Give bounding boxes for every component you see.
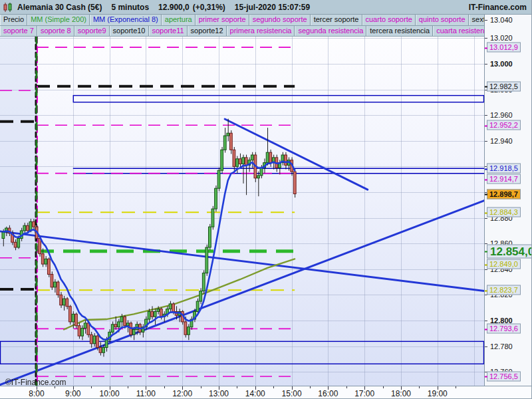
time-minor-tickmark [383,386,384,388]
datetime-label: 15-jul-2020 15:07:59 [235,3,310,12]
price-tickmark [485,218,487,219]
time-minor-tickmark [419,386,420,388]
price-tickmark [485,64,487,65]
time-axis[interactable]: 8:009:0010:0011:0012:0013:0014:0015:0016… [0,386,532,398]
legend-item-apertura[interactable]: apertura [162,15,196,25]
level-price-label: 12.854,0 [487,244,531,258]
price-tickmark [485,269,487,270]
last-price: 12.900,0 [158,3,190,12]
time-tick-label: 18:00 [391,389,411,398]
price-tick-label: 12.960 [490,111,513,119]
price-tickmark [485,20,487,21]
timeframe-label: 5 minutos [111,3,149,12]
title-bar: Alemania 30 Cash (5€) 5 minutos 12.900,0… [0,0,532,15]
time-minor-tickmark [273,386,274,388]
level-price-label: 12.793,6 [487,324,521,334]
brand-logo: IT-Finance.com [469,3,527,12]
price-change: (+0,31%) [193,3,225,12]
time-minor-tickmark [164,386,165,388]
level-price-label: 12.823,7 [487,285,521,295]
time-minor-tickmark [310,386,311,388]
time-tick-label: 12:00 [172,389,192,398]
time-tick-label: 10:00 [100,389,120,398]
legend-item-soporte11[interactable]: soporte11 [149,26,188,36]
legend-item-quinto-soporte[interactable]: quinto soporte [416,15,469,25]
level-price-label: 12.884,3 [487,207,521,217]
price-tickmark [485,141,487,142]
level-price-label: 13.012,9 [487,43,521,53]
watermark: ©IT-Finance.com [5,378,66,387]
time-tick-label: 16:00 [318,389,338,398]
legend-item-mm-simple-200-[interactable]: MM (Simple 200) [27,15,90,25]
current-price-label: 12.898,7 [487,189,521,199]
price-tick-label: 12.940 [490,137,513,145]
time-tick-label: 8:00 [29,389,44,398]
legend-item-segundo-soporte[interactable]: segundo soporte [249,15,311,25]
price-tick-label: 13.000 [490,60,513,68]
legend-item-tercer-soporte[interactable]: tercer soporte [311,15,362,25]
legend-item-precio[interactable]: Precio [0,15,27,25]
legend-item-cuarto-soporte[interactable]: cuarto soporte [362,15,416,25]
legend-row-2: soporte 7soporte 8soporte9soporte10sopor… [0,26,484,37]
price-tick-label: 13.020 [490,34,513,42]
legend-item-tercera-resistencia[interactable]: tercera resistencia [366,26,433,36]
price-axis[interactable]: 13.04013.02013.00012.98012.96012.94012.9… [484,15,531,386]
chart-canvas[interactable] [0,37,484,386]
level-price-label: 12.849,0 [487,259,521,269]
time-minor-tickmark [456,386,456,388]
price-tickmark [485,321,487,321]
legend-item-cuarta-resistencia[interactable]: cuarta resistencia [433,26,484,36]
time-tick-label: 15:00 [282,389,302,398]
time-tick-label: 13:00 [209,389,229,398]
legend-item-soporte12[interactable]: soporte12 [188,26,227,36]
legend-row-1: PrecioMM (Simple 200)MM (Exponencial 8)a… [0,15,484,26]
time-minor-tickmark [128,386,128,388]
time-tick-label: 9:00 [65,389,80,398]
price-tickmark [485,115,487,116]
legend-item-primer-soporte[interactable]: primer soporte [196,15,249,25]
instrument-name: Alemania 30 Cash (5€) [17,3,102,12]
legend-item-sexto-soporte[interactable]: sexto soporte [469,15,484,25]
time-tick-label: 14:00 [245,389,265,398]
candlestick-icon [3,2,13,13]
legend-item-soporte9[interactable]: soporte9 [74,26,110,36]
legend-item-mm-exponencial-8-[interactable]: MM (Exponencial 8) [90,15,162,25]
time-minor-tickmark [201,386,201,388]
legend-item-segunda-resistencia[interactable]: segunda resistencia [295,26,366,36]
level-price-label: 12.918,5 [487,164,521,174]
price-tick-label: 12.780 [490,342,513,350]
time-minor-tickmark [91,386,92,388]
price-tick-label: 13.040 [490,16,513,24]
time-tick-label: 17:00 [354,389,374,398]
level-price-label: 12.952,2 [487,120,521,130]
time-tick-label: 19:00 [428,389,448,398]
legend-item-soporte-8[interactable]: soporte 8 [37,26,74,36]
price-tickmark [485,38,487,39]
level-price-label: 12.914,7 [487,174,521,184]
price-tickmark [485,346,487,347]
time-minor-tickmark [346,386,347,388]
time-minor-tickmark [237,386,237,388]
level-price-label: 12.756,5 [487,371,521,381]
legend-item-soporte-7[interactable]: soporte 7 [0,26,37,36]
level-price-label: 12.982,5 [487,81,521,91]
legend-item-primera-resistencia[interactable]: primera resistencia [227,26,295,36]
time-tick-label: 11:00 [136,389,156,398]
chart-window: Alemania 30 Cash (5€) 5 minutos 12.900,0… [0,0,532,399]
legend-item-soporte10[interactable]: soporte10 [110,26,149,36]
